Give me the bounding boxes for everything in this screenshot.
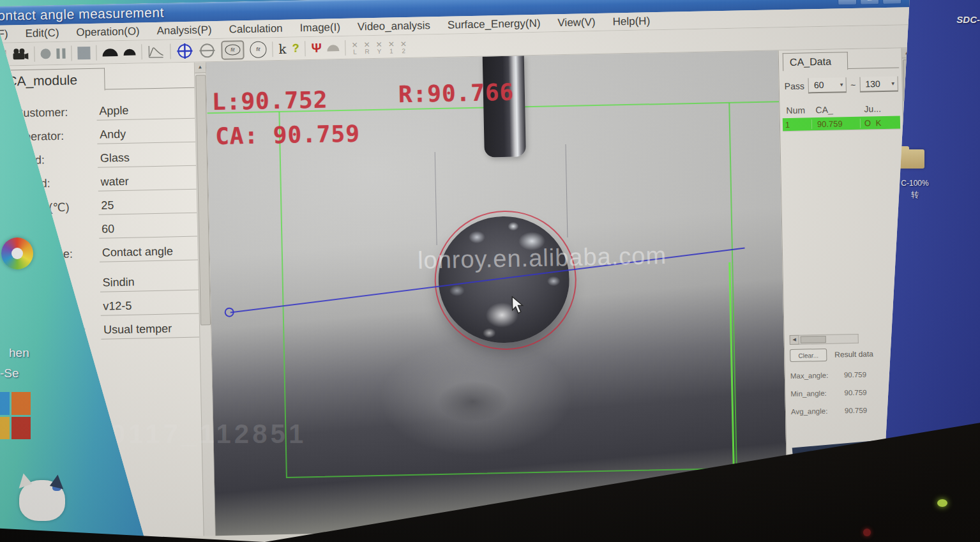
tilde-label: ~: [850, 80, 856, 90]
toolbar-divider: [71, 45, 72, 61]
range-to-select[interactable]: 130 ▼: [859, 77, 898, 93]
ca-readout: CA: 90.759: [215, 120, 361, 149]
clear-Y-icon[interactable]: ✕ Y: [376, 40, 383, 54]
scroll-track[interactable]: [799, 334, 859, 345]
toolbar-divider: [305, 41, 305, 56]
pause-icon[interactable]: [56, 48, 65, 58]
folder-icon[interactable]: [898, 149, 924, 169]
col-ca: CA_: [815, 104, 864, 116]
scroll-left-icon[interactable]: ◀: [790, 335, 799, 345]
customer-input[interactable]: Apple: [96, 102, 195, 121]
photo-viewer-icon[interactable]: [1, 237, 33, 269]
temp-input[interactable]: 25: [98, 196, 197, 215]
rh-input[interactable]: 60: [99, 220, 198, 239]
menu-view[interactable]: View(V): [557, 16, 596, 29]
window-controls: — □ ✕: [838, 0, 910, 5]
desktop-icon-label: -Se: [0, 366, 19, 380]
bezel-logo: [863, 529, 871, 536]
kitty-icon[interactable]: [19, 480, 65, 521]
menu-edit[interactable]: Edit(C): [25, 26, 59, 40]
fit-label: fit: [230, 47, 234, 52]
toolbar-divider: [34, 46, 34, 61]
dosing-needle: [483, 56, 526, 157]
windows-tiles-icon[interactable]: [0, 392, 31, 439]
menu-surface-energy[interactable]: Surface_Energy(N): [448, 17, 541, 31]
ca-data-table: Num CA_ Ju... 1 90.759 O K: [782, 101, 900, 132]
camera-view[interactable]: L:90.752 R:90.766 CA: 90.759 lonroy.en.a…: [206, 50, 788, 536]
tab-line: [96, 87, 202, 89]
crosshair-icon[interactable]: [176, 42, 193, 59]
toolbar-divider: [141, 44, 142, 59]
operator-input[interactable]: Andy: [97, 125, 196, 144]
left-angle-readout: L:90.752: [212, 86, 328, 115]
maximize-button[interactable]: □: [860, 0, 879, 4]
monitor-photo: hen -Se SDC- C-100% 转 ontact angle measu…: [0, 0, 980, 542]
toolbar-divider: [345, 40, 345, 55]
menu-calculation[interactable]: Calculation: [229, 22, 282, 36]
right-angle-readout: R:90.766: [398, 79, 514, 108]
result-scrollbar[interactable]: ◀: [790, 334, 859, 345]
clear-2-icon[interactable]: ✕ 2: [400, 40, 407, 54]
sessile-drop-small-icon[interactable]: [123, 49, 135, 55]
menu-operation[interactable]: Operation(O): [76, 25, 140, 39]
close-button[interactable]: ✕: [882, 0, 901, 4]
menu-image[interactable]: Image(I): [299, 21, 340, 34]
mouse-cursor: [511, 296, 525, 315]
window-title: ontact angle measurement: [0, 5, 164, 24]
toolbar-divider: [170, 43, 170, 59]
toolbar-divider: [96, 45, 96, 60]
col-num: Num: [782, 105, 815, 116]
menu-analysis[interactable]: Analysis(P): [156, 24, 211, 38]
stop-icon[interactable]: [77, 46, 90, 59]
result-data-title: Result data: [834, 349, 873, 359]
pass-range-row: Pass 60 ▼ ~ 130 ▼: [785, 77, 898, 94]
dome-gray-icon[interactable]: [328, 45, 340, 51]
fit-circle-button[interactable]: fit: [250, 41, 267, 58]
curve-icon[interactable]: [147, 44, 164, 59]
scroll-up-icon[interactable]: ▲: [195, 62, 206, 73]
chevron-down-icon: ▼: [839, 82, 844, 87]
tab-ca-data[interactable]: CA_Data: [783, 52, 848, 71]
clear-1-icon[interactable]: ✕ 1: [388, 40, 395, 54]
max-angle-row: Max_angle: 90.759: [790, 365, 906, 385]
col-judge: Ju...: [864, 103, 900, 114]
menu-video-analysis[interactable]: Video_analysis: [358, 19, 430, 33]
record-icon[interactable]: [40, 49, 50, 59]
range-from-select[interactable]: 60 ▼: [808, 77, 847, 93]
fit-label: fit: [256, 47, 260, 52]
result-header-row: Clear... Result data: [790, 347, 903, 362]
k-tool-icon[interactable]: k: [278, 41, 287, 56]
clear-L-icon[interactable]: ✕ L: [352, 41, 359, 55]
tab-line: [840, 68, 899, 70]
scroll-thumb[interactable]: [801, 336, 826, 343]
toolbar-divider: [272, 41, 273, 57]
liquid-input[interactable]: water: [98, 172, 197, 192]
table-row[interactable]: 1 90.759 O K: [783, 116, 900, 132]
chevron-down-icon: ▼: [891, 80, 896, 86]
minimize-button[interactable]: —: [838, 0, 857, 5]
baseline-circle-icon[interactable]: [199, 42, 216, 59]
clear-button[interactable]: Clear...: [790, 349, 827, 362]
solid-input[interactable]: Glass: [98, 149, 197, 168]
help-icon[interactable]: ?: [292, 41, 299, 55]
sessile-drop-icon[interactable]: [102, 49, 117, 56]
table-header: Num CA_ Ju...: [782, 101, 900, 119]
supplier-input[interactable]: Sindin: [100, 273, 199, 292]
testname-input[interactable]: Contact angle: [100, 243, 199, 262]
pass-label: Pass: [785, 81, 804, 92]
fit-ellipse-button[interactable]: fit: [221, 40, 245, 60]
baseline-handle[interactable]: [225, 307, 234, 317]
product-id-input[interactable]: v12-5: [100, 297, 199, 316]
desktop-sdc-label: SDC-: [956, 14, 980, 25]
menu-help[interactable]: Help(H): [612, 15, 650, 28]
desktop-icon-label: hen: [9, 346, 29, 360]
camera-icon[interactable]: [11, 47, 28, 61]
kitty-bow: [52, 484, 61, 491]
power-led: [937, 499, 947, 507]
hand-tool-icon[interactable]: Ψ: [311, 41, 322, 56]
clear-R-icon[interactable]: ✕ R: [364, 41, 371, 55]
requirement-input[interactable]: Usual temper: [101, 320, 200, 340]
folder-label-line2: 转: [893, 189, 937, 200]
